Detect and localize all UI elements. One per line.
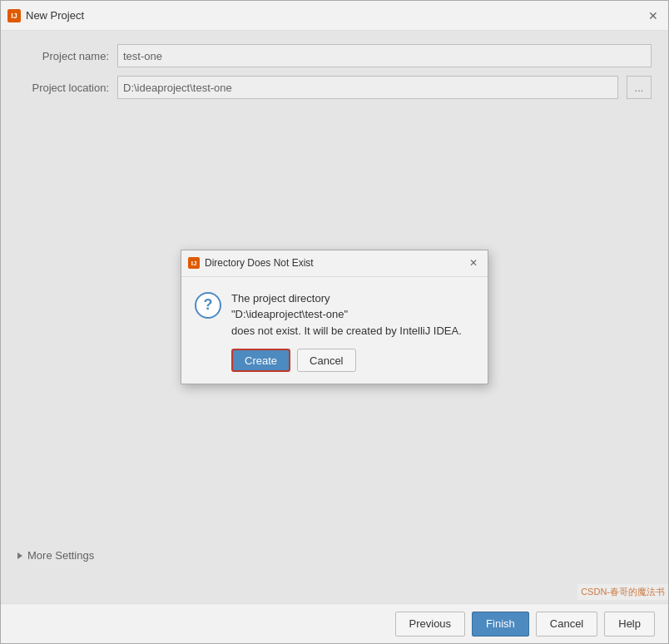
content-area: Project name: Project location: ... More…: [1, 31, 668, 603]
dialog-title-bar: IJ Directory Does Not Exist ✕: [181, 250, 488, 277]
dialog-app-icon: IJ: [188, 257, 200, 269]
window-title: New Project: [26, 9, 645, 22]
dialog-message-line3: does not exist. It will be created by In…: [231, 324, 462, 337]
dialog: IJ Directory Does Not Exist ✕ ? The proj…: [181, 250, 488, 385]
cancel-button[interactable]: Cancel: [536, 612, 597, 637]
dialog-message-line1: The project directory: [231, 292, 330, 305]
dialog-message-line2: "D:\ideaproject\test-one": [231, 308, 348, 320]
dialog-close-button[interactable]: ✕: [466, 255, 481, 270]
help-button[interactable]: Help: [604, 612, 655, 637]
title-bar: IJ New Project ✕: [1, 1, 668, 31]
dialog-message: The project directory "D:\ideaproject\te…: [231, 290, 462, 339]
create-button[interactable]: Create: [231, 349, 290, 372]
dialog-body: ? The project directory "D:\ideaproject\…: [181, 277, 488, 349]
main-window: IJ New Project ✕ Project name: Project l…: [0, 0, 669, 644]
dialog-title: Directory Does Not Exist: [205, 257, 466, 269]
previous-button[interactable]: Previous: [395, 612, 466, 637]
dialog-cancel-button[interactable]: Cancel: [297, 349, 355, 372]
close-button[interactable]: ✕: [645, 7, 662, 24]
finish-button[interactable]: Finish: [472, 612, 529, 637]
dialog-footer: Create Cancel: [181, 349, 488, 384]
question-icon: ?: [195, 292, 221, 319]
dialog-overlay: IJ Directory Does Not Exist ✕ ? The proj…: [1, 31, 668, 603]
bottom-bar: Previous Finish Cancel Help: [1, 603, 668, 643]
app-icon: IJ: [7, 9, 21, 22]
